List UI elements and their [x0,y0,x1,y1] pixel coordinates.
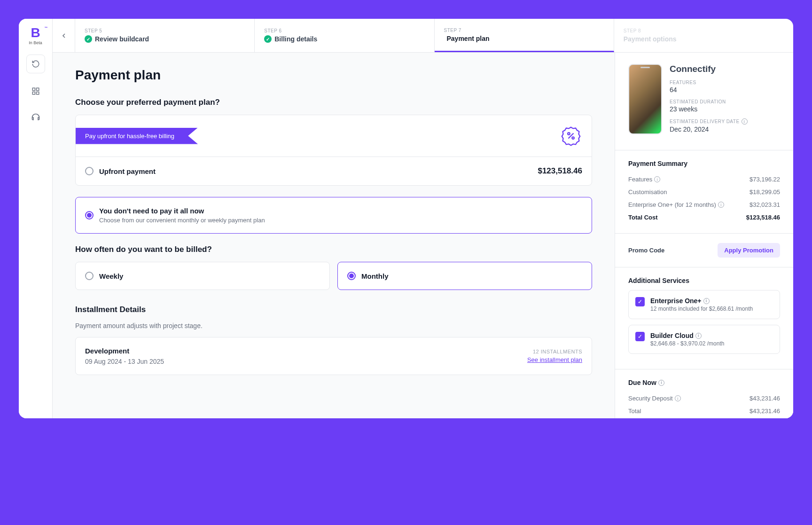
check-icon: ✓ [85,35,92,43]
ribbon-row: Pay upfront for hassle-free billing [76,115,592,157]
summary-row-total: Total Cost $123,518.46 [628,211,780,224]
summary-total-value: $123,518.46 [746,214,780,221]
logo-mark: B™ [26,26,45,39]
sidebar-left: B™ In Beta [19,19,53,418]
features-label: FEATURES [670,80,748,85]
grid-button[interactable] [27,83,44,100]
addons-section: Additional Services ✓ Enterprise One+i 1… [615,267,793,369]
addon-title: Builder Cloud [650,332,694,339]
back-button[interactable] [53,19,75,52]
due-total-label: Total [628,407,641,415]
upfront-option[interactable]: Upfront payment $123,518.46 [76,157,592,185]
phone-preview [628,64,662,134]
info-icon[interactable]: i [658,380,664,386]
addon-title: Enterprise One+ [650,297,702,305]
summary-value: $32,023.31 [750,201,780,208]
checkbox-builder-cloud[interactable]: ✓ [635,332,645,341]
checkbox-enterprise[interactable]: ✓ [635,297,645,306]
step-title: Billing details [274,35,317,43]
summary-value: $18,299.05 [750,188,780,196]
due-total-row: Total $43,231.46 [628,405,780,417]
grid-icon [31,87,40,95]
billing-monthly[interactable]: Monthly [337,262,592,290]
choose-heading: Choose your preferred payment plan? [75,98,592,107]
step-num: STEP 5 [85,28,245,33]
summary-row-features: Featuresi $73,196.22 [628,173,780,186]
due-deposit-value: $43,231.46 [750,395,780,402]
billing-grid: Weekly Monthly [75,262,592,290]
step-payment-plan[interactable]: STEP 7 Payment plan [435,19,614,52]
content-area: Payment plan Choose your preferred payme… [53,53,793,418]
undo-button[interactable] [26,55,45,73]
info-icon[interactable]: i [703,298,710,304]
summary-label: Features [628,176,652,183]
installment-label: You don't need to pay it all now [99,207,265,215]
svg-rect-1 [36,88,39,90]
radio-weekly[interactable] [85,272,94,280]
app-window: B™ In Beta STEP 5 ✓Review buildcard STEP… [19,19,793,418]
due-title: Due Now [628,379,656,386]
due-deposit-label: Security Deposit [628,395,673,402]
info-icon[interactable]: i [695,333,702,339]
summary-panel: Connectify FEATURES 64 ESTIMATED DURATIO… [615,53,793,418]
billing-weekly[interactable]: Weekly [75,262,330,290]
stepper: STEP 5 ✓Review buildcard STEP 6 ✓Billing… [53,19,793,53]
phase-name: Development [85,347,164,355]
features-value: 64 [670,86,748,94]
installment-count: 12 INSTALLMENTS [527,349,582,354]
duration-label: ESTIMATED DURATION [670,99,748,104]
svg-point-4 [568,133,570,135]
installment-card[interactable]: You don't need to pay it all now Choose … [75,197,592,234]
project-name: Connectify [670,64,748,74]
radio-upfront[interactable] [85,167,94,175]
promo-label: Promo Code [628,247,664,254]
svg-point-5 [572,137,574,139]
upfront-card: Pay upfront for hassle-free billing Upfr… [75,115,592,186]
main-area: STEP 5 ✓Review buildcard STEP 6 ✓Billing… [53,19,793,418]
step-title: Payment plan [447,35,490,42]
addon-enterprise[interactable]: ✓ Enterprise One+i 12 months included fo… [628,290,780,319]
phase-dates: 09 Aug 2024 - 13 Jun 2025 [85,358,164,365]
payment-summary-section: Payment Summary Featuresi $73,196.22 Cus… [615,150,793,233]
step-num: STEP 7 [444,28,604,33]
installment-desc: Choose from our convenient monthly or we… [99,217,265,224]
svg-rect-3 [36,92,39,94]
step-num: STEP 6 [264,28,424,33]
addon-sub: 12 months included for $2,668.61 /month [650,306,753,312]
addons-title: Additional Services [628,277,780,284]
info-icon[interactable]: i [742,118,748,125]
weekly-label: Weekly [99,272,123,280]
info-icon[interactable]: i [718,202,724,208]
apply-promo-button[interactable]: Apply Promotion [718,243,780,258]
svg-rect-0 [32,88,35,90]
due-deposit-row: Security Depositi $43,231.46 [628,392,780,405]
summary-total-label: Total Cost [628,214,658,221]
info-icon[interactable]: i [675,395,681,401]
duration-value: 23 weeks [670,105,748,113]
support-button[interactable] [27,109,44,126]
installment-sub: Payment amount adjusts with project stag… [75,322,592,329]
summary-label: Enterprise One+ (for 12 months) [628,201,716,208]
logo[interactable]: B™ In Beta [26,26,45,45]
radio-installment[interactable] [85,211,94,219]
addon-builder-cloud[interactable]: ✓ Builder Cloudi $2,646.68 - $3,970.02 /… [628,325,780,354]
due-total-value: $43,231.46 [750,407,780,415]
installment-card-details: Development 09 Aug 2024 - 13 Jun 2025 12… [75,337,592,375]
step-review-buildcard[interactable]: STEP 5 ✓Review buildcard [75,19,255,52]
chevron-left-icon [60,32,68,39]
addon-sub: $2,646.68 - $3,970.02 /month [650,340,724,347]
step-num: STEP 8 [624,28,784,33]
step-title: Payment options [624,35,677,43]
step-billing-details[interactable]: STEP 6 ✓Billing details [255,19,434,52]
due-now-section: Due Now i Security Depositi $43,231.46 T… [615,369,793,418]
see-plan-link[interactable]: See installment plan [527,356,582,363]
info-icon[interactable]: i [654,176,660,182]
delivery-value: Dec 20, 2024 [670,125,748,133]
delivery-label: ESTIMATED DELIVERY DATE [670,119,740,124]
undo-icon [31,60,40,68]
discount-badge-icon [560,125,582,147]
summary-row-customisation: Customisation $18,299.05 [628,186,780,198]
radio-monthly[interactable] [347,272,356,280]
headset-icon [31,113,40,122]
summary-value: $73,196.22 [750,176,780,183]
